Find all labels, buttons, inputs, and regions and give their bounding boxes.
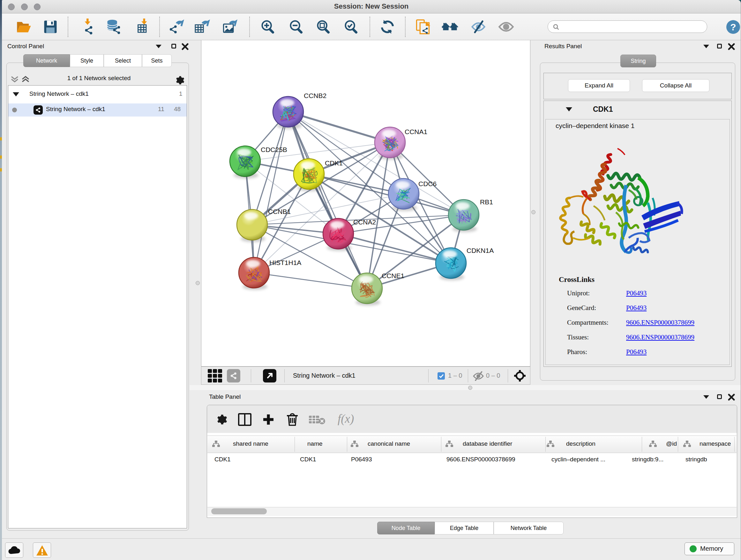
svg-text:CCNA2: CCNA2	[353, 219, 376, 226]
svg-text:HIST1H1A: HIST1H1A	[269, 259, 301, 266]
svg-text:CDKN1A: CDKN1A	[467, 247, 494, 254]
svg-text:CCNB1: CCNB1	[268, 208, 291, 215]
svg-text:CDK1: CDK1	[325, 159, 343, 167]
svg-text:RB1: RB1	[480, 198, 493, 206]
svg-text:CDC6: CDC6	[418, 180, 436, 187]
svg-text:CDC25B: CDC25B	[261, 146, 287, 153]
svg-text:CCNA1: CCNA1	[405, 128, 427, 135]
svg-text:CCNB2: CCNB2	[304, 92, 327, 99]
svg-text:CCNE1: CCNE1	[382, 272, 404, 279]
